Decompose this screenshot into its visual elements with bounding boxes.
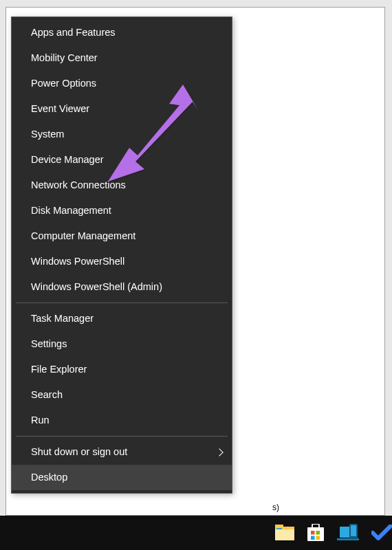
menu-item-desktop[interactable]: Desktop — [12, 465, 232, 490]
menu-separator — [16, 302, 228, 303]
svg-rect-6 — [316, 531, 320, 535]
svg-rect-3 — [276, 528, 282, 529]
todo-icon[interactable] — [371, 522, 392, 544]
menu-item-run[interactable]: Run — [12, 408, 232, 433]
menu-separator — [16, 436, 228, 437]
arrow-annotation — [102, 79, 198, 189]
svg-rect-12 — [351, 525, 356, 536]
menu-item-task-manager[interactable]: Task Manager — [12, 306, 232, 331]
menu-item-disk-management[interactable]: Disk Management — [12, 198, 232, 223]
microsoft-store-icon[interactable] — [307, 522, 325, 544]
your-phone-icon[interactable] — [337, 522, 359, 544]
menu-item-windows-powershell[interactable]: Windows PowerShell — [12, 249, 232, 274]
svg-rect-2 — [275, 529, 294, 540]
menu-item-search[interactable]: Search — [12, 382, 232, 408]
menu-item-windows-powershell-admin-[interactable]: Windows PowerShell (Admin) — [12, 274, 232, 300]
menu-item-file-explorer[interactable]: File Explorer — [12, 357, 232, 382]
menu-item-shut-down-or-sign-out[interactable]: Shut down or sign out — [12, 439, 232, 465]
menu-item-computer-management[interactable]: Computer Management — [12, 223, 232, 249]
svg-rect-5 — [311, 531, 315, 535]
taskbar — [0, 516, 392, 550]
menu-item-apps-and-features[interactable]: Apps and Features — [12, 20, 232, 45]
svg-rect-8 — [316, 536, 320, 540]
file-explorer-icon[interactable] — [275, 522, 294, 544]
svg-rect-4 — [307, 527, 324, 541]
menu-item-mobility-center[interactable]: Mobility Center — [12, 45, 232, 71]
svg-rect-7 — [311, 536, 315, 540]
menu-item-settings[interactable]: Settings — [12, 331, 232, 357]
